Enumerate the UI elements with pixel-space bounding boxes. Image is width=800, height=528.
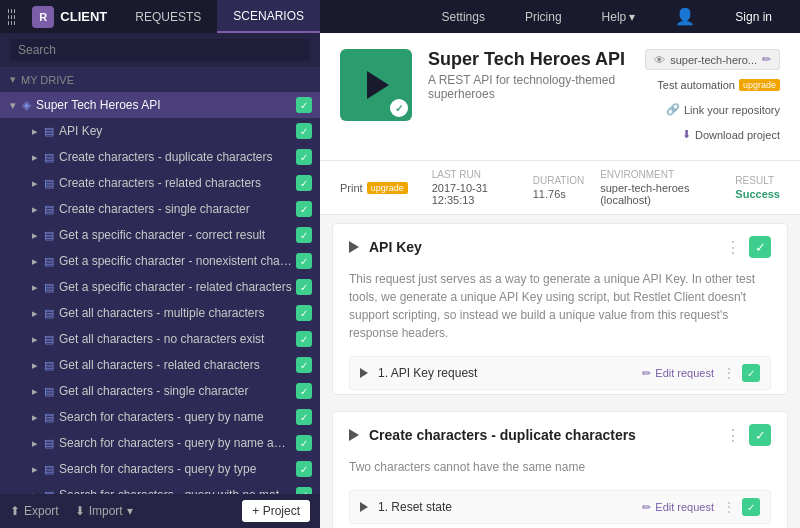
section-dup-chars-desc: Two characters cannot have the same name [333,458,787,486]
item-check-6: ✓ [296,253,312,269]
item-label-7: Get a specific character - related chara… [59,280,292,294]
folder-icon: ▤ [44,359,54,372]
sidebar-section-header[interactable]: ▾ MY DRIVE [0,67,320,92]
folder-icon: ▤ [44,255,54,268]
import-label: Import [89,504,123,518]
request-play-icon[interactable] [360,502,368,512]
upgrade-badge[interactable]: upgrade [739,79,780,91]
folder-icon: ▤ [44,229,54,242]
nav-right: Settings Pricing Help ▾ 👤 Sign in [426,0,800,33]
chevron-right-icon: ▸ [32,437,38,450]
edit-icon[interactable]: ✏ [762,53,771,66]
grid-icon[interactable] [8,9,14,25]
request-play-icon[interactable] [360,368,368,378]
print-upgrade-badge[interactable]: upgrade [367,182,408,194]
sidebar-item-6[interactable]: ▸ ▤ Get a specific character - nonexiste… [0,248,320,274]
export-icon: ⬆ [10,504,20,518]
print-button[interactable]: Print upgrade [340,182,408,194]
item-check-1: ✓ [296,123,312,139]
chevron-right-icon: ▸ [32,307,38,320]
edit-icon: ✏ [642,367,651,380]
sidebar-item-4[interactable]: ▸ ▤ Create characters - single character… [0,196,320,222]
api-meta: Print upgrade Last run 2017-10-31 12:35:… [320,161,800,215]
sidebar-item-5[interactable]: ▸ ▤ Get a specific character - correct r… [0,222,320,248]
result-label: Result [735,175,780,186]
item-check-11: ✓ [296,383,312,399]
link-repo-btn[interactable]: 🔗 Link your repository [666,100,780,119]
sidebar-item-3[interactable]: ▸ ▤ Create characters - related characte… [0,170,320,196]
item-check-8: ✓ [296,305,312,321]
api-logo: ✓ [340,49,412,121]
sidebar-item-13[interactable]: ▸ ▤ Search for characters - query by nam… [0,430,320,456]
edit-label: Edit request [655,367,714,379]
item-check-5: ✓ [296,227,312,243]
nav-user-icon[interactable]: 👤 [659,0,711,33]
nav-scenarios[interactable]: SCENARIOS [217,0,320,33]
section-dots-icon[interactable]: ⋮ [725,238,741,257]
item-label-13: Search for characters - query by name an… [59,436,292,450]
item-check-10: ✓ [296,357,312,373]
nav-pricing[interactable]: Pricing [509,0,578,33]
chevron-right-icon: ▸ [32,203,38,216]
download-icon: ⬇ [682,128,691,141]
nav-left: R CLIENT REQUESTS SCENARIOS [0,0,320,33]
search-input[interactable] [10,39,310,61]
sidebar-item-root[interactable]: ▾ ◈ Super Tech Heroes API ✓ ⋮ [0,92,320,118]
sidebar-item-1[interactable]: ▸ ▤ API Key ✓ [0,118,320,144]
api-icon: ◈ [22,98,31,112]
new-project-label: + Project [252,504,300,518]
download-project-btn[interactable]: ⬇ Download project [682,125,780,144]
print-label: Print [340,182,363,194]
req-dots-icon[interactable]: ⋮ [722,499,736,515]
folder-icon: ▤ [44,411,54,424]
link-icon: 🔗 [666,103,680,116]
chevron-right-icon: ▸ [32,177,38,190]
edit-icon: ✏ [642,501,651,514]
sidebar-item-12[interactable]: ▸ ▤ Search for characters - query by nam… [0,404,320,430]
import-button[interactable]: ⬇ Import ▾ [75,504,133,518]
folder-icon: ▤ [44,437,54,450]
sidebar-item-2[interactable]: ▸ ▤ Create characters - duplicate charac… [0,144,320,170]
nav-settings[interactable]: Settings [426,0,501,33]
chevron-right-icon: ▸ [32,281,38,294]
req-dots-icon[interactable]: ⋮ [722,365,736,381]
section-dup-chars: Create characters - duplicate characters… [332,411,788,528]
api-name: Super Tech Heroes API [428,49,629,70]
chevron-right-icon: ▸ [32,333,38,346]
sidebar-item-15[interactable]: ▸ ▤ Search for characters - query with n… [0,482,320,494]
nav-help[interactable]: Help ▾ [586,0,652,33]
item-label-10: Get all characters - related characters [59,358,292,372]
item-check-4: ✓ [296,201,312,217]
folder-icon: ▤ [44,125,54,138]
section-dup-chars-header[interactable]: Create characters - duplicate characters… [333,412,787,458]
sidebar-item-11[interactable]: ▸ ▤ Get all characters - single characte… [0,378,320,404]
folder-icon: ▤ [44,203,54,216]
test-automation-btn[interactable]: Test automation upgrade [657,76,780,94]
export-label: Export [24,504,59,518]
section-check-icon: ✓ [749,424,771,446]
chevron-right-icon: ▸ [32,489,38,495]
section-dots-icon[interactable]: ⋮ [725,426,741,445]
sidebar-item-7[interactable]: ▸ ▤ Get a specific character - related c… [0,274,320,300]
nav-signin[interactable]: Sign in [719,0,788,33]
edit-request-btn[interactable]: ✏ Edit request [642,501,714,514]
sidebar-item-14[interactable]: ▸ ▤ Search for characters - query by typ… [0,456,320,482]
section-api-key-header[interactable]: API Key ⋮ ✓ [333,224,787,270]
play-icon [349,429,359,441]
api-header: ✓ Super Tech Heroes API A REST API for t… [320,33,800,161]
edit-request-btn[interactable]: ✏ Edit request [642,367,714,380]
app-name: CLIENT [60,9,107,24]
new-project-button[interactable]: + Project [242,500,310,522]
link-repo-label: Link your repository [684,104,780,116]
sidebar-item-10[interactable]: ▸ ▤ Get all characters - related charact… [0,352,320,378]
sidebar-item-9[interactable]: ▸ ▤ Get all characters - no characters e… [0,326,320,352]
export-button[interactable]: ⬆ Export [10,504,59,518]
sidebar-footer-left: ⬆ Export ⬇ Import ▾ [10,504,133,518]
folder-icon: ▤ [44,177,54,190]
nav-requests[interactable]: REQUESTS [119,0,217,33]
item-check-13: ✓ [296,435,312,451]
section-api-key-desc: This request just serves as a way to gen… [333,270,787,352]
chevron-down-icon: ▾ [629,10,635,24]
item-check-3: ✓ [296,175,312,191]
sidebar-item-8[interactable]: ▸ ▤ Get all characters - multiple charac… [0,300,320,326]
